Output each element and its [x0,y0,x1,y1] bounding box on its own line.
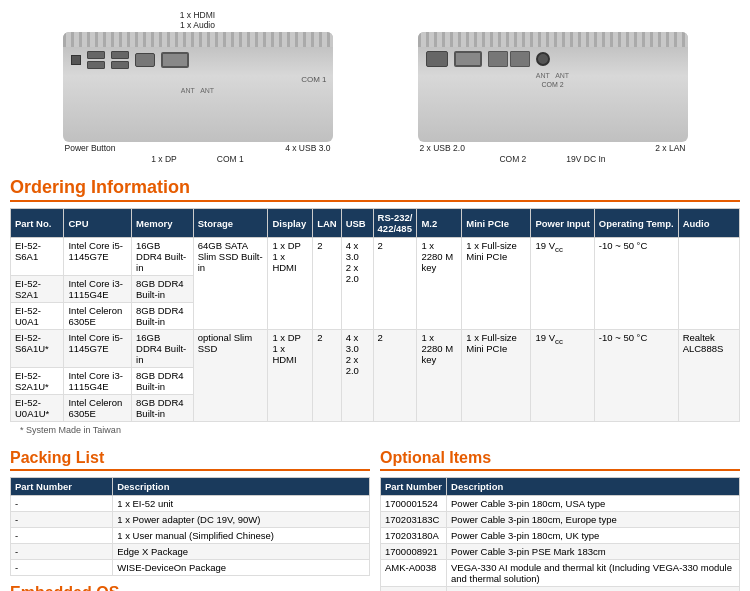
cell: 1700008921 [381,544,447,560]
col-power: Power Input [531,209,594,238]
com2-visual [454,51,482,67]
ordering-table: Part No. CPU Memory Storage Display LAN … [10,208,740,422]
packing-col-partno: Part Number [11,478,113,496]
cell-cpu: Intel Celeron 6305E [64,303,132,330]
cell: 1 x 2280 M key [417,238,462,330]
cell: 4 x 3.02 x 2.0 [341,330,373,422]
usb-ports-visual [87,51,105,69]
cell: 1700001524 [381,496,447,512]
ordering-title: Ordering Information [10,177,740,202]
cell: 2 [313,238,342,330]
cell-cpu: Intel Celeron 6305E [64,395,132,422]
table-row: 170203180A Power Cable 3-pin 180cm, UK t… [381,528,740,544]
cell: AMK-A0039 [381,587,447,592]
table-row: 1700001524 Power Cable 3-pin 180cm, USA … [381,496,740,512]
left-device-labels2: 1 x DP COM 1 [63,154,333,164]
col-usb: USB [341,209,373,238]
com-port-visual [161,52,189,68]
label-com1: COM 1 [217,154,244,164]
table-row: EI-52-S6A1U* Intel Core i5-1145G7E 16GB … [11,330,740,368]
table-row: 170203183C Power Cable 3-pin 180cm, Euro… [381,512,740,528]
table-row: - 1 x Power adapter (DC 19V, 90W) [11,512,370,528]
usb2-visual [426,51,448,67]
cell: 1 x DP1 x HDMI [268,330,313,422]
label-power-button: Power Button [65,143,116,153]
cell: EI-52-S2A1 [11,276,64,303]
cell: AMK-A0038 [381,560,447,587]
cell: 2 [313,330,342,422]
col-m2: M.2 [417,209,462,238]
usb-ports-visual2 [111,51,129,69]
cell: - [11,528,113,544]
col-display: Display [268,209,313,238]
col-temp: Operating Temp. [594,209,678,238]
cell: VEGA-330 AI module and thermal kit (Incl… [447,560,740,587]
left-device-labels: Power Button 4 x USB 3.0 [63,142,333,154]
cell: - [11,560,113,576]
packing-section: Packing List Part Number Description - 1… [10,441,370,591]
annotation-hdmi: 1 x HDMI [180,10,215,20]
cell: 1 x 2280 M key [417,330,462,422]
col-audio: Audio [678,209,739,238]
cell: 19 Vcc [531,238,594,330]
cell: 170203180A [381,528,447,544]
cell: -10 ~ 50 °C [594,330,678,422]
col-storage: Storage [193,209,268,238]
cell: 1 x Power adapter (DC 19V, 90W) [113,512,370,528]
col-minipcie: Mini PCIe [462,209,531,238]
col-rs232: RS-232/422/485 [373,209,417,238]
two-col-section: Packing List Part Number Description - 1… [0,441,750,591]
cell: 1 x DP1 x HDMI [268,238,313,330]
label-lan: 2 x LAN [655,143,685,153]
cell: 8GB DDR4 Built-in [132,303,194,330]
cell: 8GB DDR4 Built-in [132,276,194,303]
cell: Power Cable 3-pin 180cm, UK type [447,528,740,544]
cell: EI-52-U0A1U* [11,395,64,422]
label-usb2: 2 x USB 2.0 [420,143,465,153]
ordering-footnote: * System Made in Taiwan [20,425,730,435]
left-device-image: COM 1 ANT ANT [63,32,333,142]
cell: 170203183C [381,512,447,528]
right-device: ANT ANT COM 2 2 x USB 2.0 2 x LAN COM 2 … [418,32,688,164]
cell: EI-52-S6A1 [11,238,64,276]
cell: 19 Vcc [531,330,594,422]
cell-cpu: Intel Core i5-1145G7E [64,238,132,276]
cell: 2 [373,330,417,422]
table-row: AMK-A0039 Thermal kit for AIW-355 5G mod… [381,587,740,592]
dp-port-visual [135,53,155,67]
dc-in-visual [536,52,550,66]
annotation-audio: 1 x Audio [180,20,215,30]
cell: 4 x 3.02 x 2.0 [341,238,373,330]
table-row: - 1 x User manual (Simplified Chinese) [11,528,370,544]
table-row: 1700008921 Power Cable 3-pin PSE Mark 18… [381,544,740,560]
cell: 64GB SATA Slim SSD Built-in [193,238,268,330]
col-memory: Memory [132,209,194,238]
optional-table: Part Number Description 1700001524 Power… [380,477,740,591]
cell: - [11,496,113,512]
cell [678,238,739,330]
optional-title: Optional Items [380,449,740,471]
cell: 2 [373,238,417,330]
cell: Edge X Package [113,544,370,560]
cell: Power Cable 3-pin PSE Mark 183cm [447,544,740,560]
cell: EI-52-U0A1 [11,303,64,330]
packing-title: Packing List [10,449,370,471]
cell: Power Cable 3-pin 180cm, USA type [447,496,740,512]
cell: 1 x Full-size Mini PCIe [462,238,531,330]
optional-col-partno: Part Number [381,478,447,496]
cell: - [11,512,113,528]
left-device: 1 x HDMI 1 x Audio [63,10,333,164]
table-row: EI-52-S6A1 Intel Core i5-1145G7E 16GB DD… [11,238,740,276]
col-partno: Part No. [11,209,64,238]
label-usb: 4 x USB 3.0 [285,143,330,153]
col-lan: LAN [313,209,342,238]
right-device-labels2: COM 2 19V DC In [418,154,688,164]
right-device-image: ANT ANT COM 2 [418,32,688,142]
packing-col-desc: Description [113,478,370,496]
cell: EI-52-S6A1U* [11,330,64,368]
lan-visual [488,51,530,67]
cell: 16GB DDR4 Built-in [132,330,194,368]
cell: EI-52-S2A1U* [11,368,64,395]
col-cpu: CPU [64,209,132,238]
cell: 8GB DDR4 Built-in [132,395,194,422]
